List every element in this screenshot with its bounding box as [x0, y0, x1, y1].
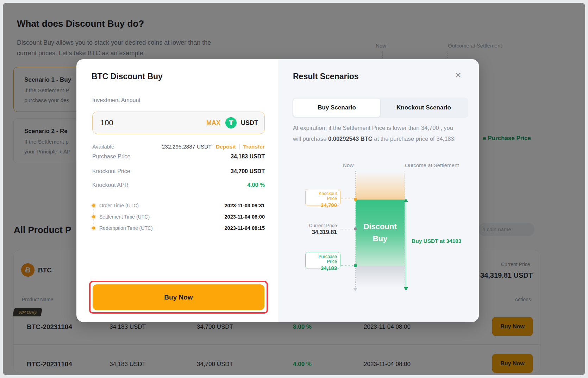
- deposit-link[interactable]: Deposit: [216, 144, 236, 150]
- timeline-dot: [92, 215, 95, 218]
- available-row: Available 232,295.2887 USDT Deposit Tran…: [92, 144, 265, 150]
- desc-part-2: at the purchase price of 34,183.: [373, 136, 456, 142]
- knockout-apr-value: 4.00 %: [247, 182, 265, 188]
- order-time-row: Order Time (UTC) 2023-11-03 09:31: [92, 203, 265, 208]
- tab-knockout-scenario[interactable]: Knockout Scenario: [380, 99, 467, 117]
- timeline-dot: [92, 227, 95, 229]
- scenario-tabs: Buy Scenario Knockout Scenario: [292, 97, 468, 118]
- knockout-zone-gradient: [356, 172, 405, 200]
- buy-usdt-label: Buy USDT at 34183: [412, 238, 461, 244]
- diagram-outcome-label: Outcome at Settlement: [405, 162, 459, 168]
- knockout-price-value: 34,700 USDT: [231, 168, 265, 175]
- knockout-tag-value: 34,700: [309, 202, 337, 208]
- transfer-link[interactable]: Transfer: [243, 144, 265, 150]
- diagram-current-price-label: Current Price: [288, 223, 337, 228]
- page: What does Discount Buy do? Discount Buy …: [3, 3, 585, 375]
- investment-amount-field[interactable]: 100 MAX ₮ USDT: [92, 112, 265, 134]
- knockout-price-tag: Knockout Price 34,700: [305, 189, 340, 206]
- purchase-tag-label: Purchase Price: [309, 254, 337, 264]
- modal-title: BTC Discount Buy: [92, 72, 163, 81]
- diagram-axis-arrowhead: [353, 288, 357, 291]
- purchase-price-value: 34,183 USDT: [231, 153, 265, 160]
- range-arrow-up: [404, 199, 408, 202]
- knockout-price-row: Knockout Price 34,700 USDT: [92, 168, 265, 175]
- purchase-leader-line: [341, 265, 354, 266]
- range-arrow-down: [404, 287, 408, 291]
- current-price-dot: [354, 227, 357, 231]
- scenario-description: At expiration, if the Settlement Price i…: [293, 122, 460, 144]
- discount-buy-zone: Discount Buy: [356, 200, 405, 266]
- purchase-tag-value: 34,183: [309, 265, 337, 271]
- knockout-price-label: Knockout Price: [92, 168, 130, 175]
- purchase-price-row: Purchase Price 34,183 USDT: [92, 153, 265, 160]
- available-label: Available: [92, 144, 162, 150]
- tether-icon: ₮: [225, 117, 237, 128]
- current-price-cluster: Current Price 34,319.81: [288, 223, 337, 235]
- desc-btc-amount: 0.00292543 BTC: [328, 136, 373, 142]
- max-button[interactable]: MAX: [206, 119, 220, 127]
- buy-now-button[interactable]: Buy Now: [93, 284, 264, 310]
- knockout-leader-line: [341, 199, 354, 199]
- knockout-dot: [354, 198, 357, 201]
- timeline-dot: [92, 204, 95, 207]
- settlement-time-label: Settlement Time (UTC): [99, 214, 225, 220]
- settlement-time-row: Settlement Time (UTC) 2023-11-04 08:00: [92, 214, 265, 220]
- available-value: 232,295.2887 USDT: [162, 144, 212, 150]
- diagram-current-price-value: 34,319.81: [288, 229, 337, 235]
- knockout-apr-label: Knockout APR: [92, 182, 129, 188]
- redemption-time-label: Redemption Time (UTC): [99, 225, 225, 231]
- order-time-value: 2023-11-03 09:31: [225, 203, 265, 208]
- purchase-dot: [354, 264, 357, 267]
- diagram-now-label: Now: [343, 162, 354, 168]
- below-purchase-gradient: [356, 266, 405, 288]
- close-icon[interactable]: ✕: [452, 70, 464, 81]
- screenshot-frame: What does Discount Buy do? Discount Buy …: [0, 0, 588, 378]
- discount-buy-modal: BTC Discount Buy Investment Amount 100 M…: [76, 59, 479, 322]
- zone-label-line-2: Buy: [373, 233, 388, 245]
- order-time-label: Order Time (UTC): [99, 203, 225, 208]
- knockout-tag-label: Knockout Price: [309, 191, 337, 201]
- zone-label-line-1: Discount: [363, 221, 396, 233]
- current-leader-line: [340, 229, 354, 229]
- range-arrow-line: [406, 201, 406, 288]
- buy-now-highlight-box: Buy Now: [89, 281, 268, 314]
- settlement-time-value: 2023-11-04 08:00: [225, 214, 265, 220]
- purchase-price-tag: Purchase Price 34,183: [305, 252, 340, 269]
- investment-amount-label: Investment Amount: [92, 97, 140, 103]
- amount-input[interactable]: 100: [100, 118, 206, 127]
- purchase-price-label: Purchase Price: [92, 153, 131, 160]
- knockout-apr-row: Knockout APR 4.00 %: [92, 182, 265, 188]
- link-separator: [239, 144, 240, 150]
- diagram-dashed-line-outcome: [405, 171, 405, 289]
- tab-buy-scenario[interactable]: Buy Scenario: [293, 99, 380, 117]
- currency-label: USDT: [241, 119, 258, 127]
- redemption-time-value: 2023-11-04 08:15: [225, 225, 265, 231]
- result-scenarios-title: Result Scenarios: [293, 72, 359, 81]
- redemption-time-row: Redemption Time (UTC) 2023-11-04 08:15: [92, 225, 265, 231]
